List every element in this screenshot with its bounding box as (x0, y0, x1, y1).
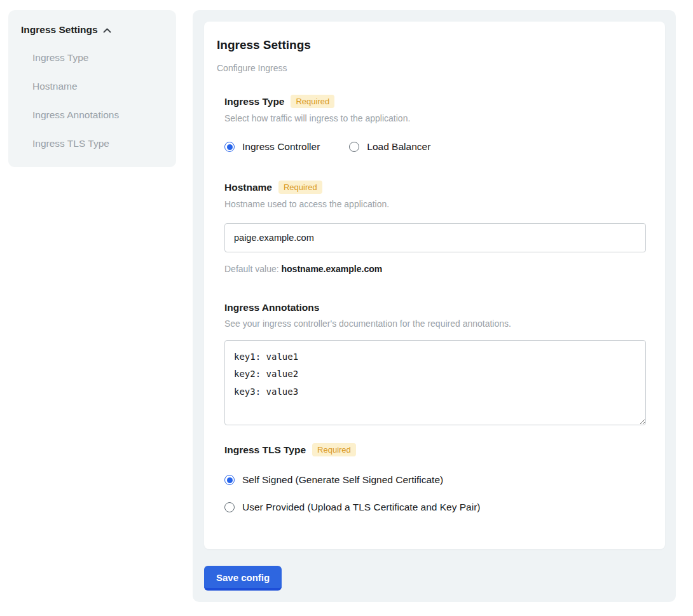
ingress-type-description: Select how traffic will ingress to the a… (224, 113, 646, 123)
section-ingress-tls-type: Ingress TLS Type Required Self Signed (G… (224, 443, 646, 513)
hostname-default-value: Default value: hostname.example.com (224, 264, 646, 274)
required-badge: Required (278, 181, 322, 194)
radio-ingress-controller[interactable]: Ingress Controller (224, 141, 320, 153)
settings-sidebar: Ingress Settings Ingress Type Hostname I… (8, 10, 176, 167)
section-ingress-type: Ingress Type Required Select how traffic… (224, 95, 646, 153)
radio-icon (224, 502, 235, 512)
radio-label: Self Signed (Generate Self Signed Certif… (242, 474, 443, 486)
radio-icon (224, 142, 235, 152)
sidebar-item-ingress-annotations[interactable]: Ingress Annotations (32, 109, 163, 121)
sidebar-item-hostname[interactable]: Hostname (32, 81, 163, 92)
annotations-title: Ingress Annotations (224, 302, 319, 313)
section-hostname: Hostname Required Hostname used to acces… (224, 181, 646, 274)
radio-icon (224, 475, 235, 485)
radio-user-provided[interactable]: User Provided (Upload a TLS Certificate … (224, 502, 646, 513)
sidebar-item-ingress-type[interactable]: Ingress Type (32, 52, 163, 64)
sidebar-item-ingress-tls-type[interactable]: Ingress TLS Type (32, 138, 163, 149)
ingress-type-title: Ingress Type (224, 96, 284, 107)
radio-label: Load Balancer (367, 141, 430, 153)
hostname-title: Hostname (224, 182, 272, 193)
required-badge: Required (312, 443, 356, 456)
page-title: Ingress Settings (217, 38, 646, 52)
main-panel: Ingress Settings Configure Ingress Ingre… (193, 10, 676, 602)
radio-icon (349, 142, 359, 152)
tls-type-title: Ingress TLS Type (224, 444, 306, 456)
radio-load-balancer[interactable]: Load Balancer (349, 141, 430, 153)
hostname-description: Hostname used to access the application. (224, 199, 646, 209)
hostname-default-value-text: hostname.example.com (282, 264, 383, 274)
save-config-button[interactable]: Save config (204, 566, 282, 591)
sidebar-section-label: Ingress Settings (21, 24, 98, 36)
radio-self-signed[interactable]: Self Signed (Generate Self Signed Certif… (224, 474, 646, 486)
sidebar-section-ingress-settings[interactable]: Ingress Settings (21, 24, 163, 36)
required-badge: Required (291, 95, 334, 108)
annotations-description: See your ingress controller's documentat… (224, 318, 646, 329)
ingress-settings-card: Ingress Settings Configure Ingress Ingre… (204, 22, 665, 549)
chevron-up-icon (103, 28, 111, 33)
page-subtitle: Configure Ingress (217, 63, 646, 73)
radio-label: User Provided (Upload a TLS Certificate … (242, 502, 480, 513)
sidebar-item-list: Ingress Type Hostname Ingress Annotation… (32, 52, 163, 149)
hostname-input[interactable] (224, 223, 646, 252)
section-ingress-annotations: Ingress Annotations See your ingress con… (224, 302, 646, 428)
radio-label: Ingress Controller (242, 141, 320, 153)
annotations-textarea[interactable]: key1: value1 key2: value2 key3: value3 (224, 340, 646, 425)
